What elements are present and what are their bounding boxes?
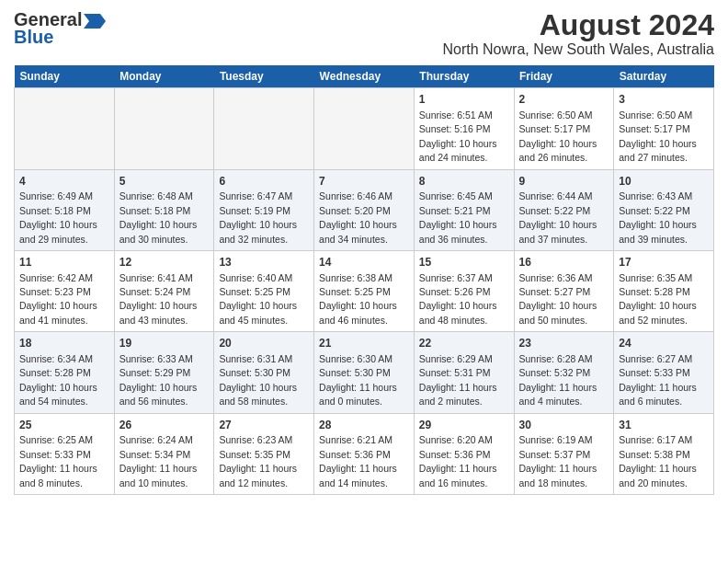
day-info: Sunrise: 6:30 AM Sunset: 5:30 PM Dayligh… [319, 353, 397, 407]
day-number: 12 [119, 255, 210, 270]
calendar-cell: 15Sunrise: 6:37 AM Sunset: 5:26 PM Dayli… [414, 250, 514, 331]
calendar-cell: 19Sunrise: 6:33 AM Sunset: 5:29 PM Dayli… [114, 332, 214, 413]
day-number: 5 [119, 174, 210, 190]
calendar-cell: 13Sunrise: 6:40 AM Sunset: 5:25 PM Dayli… [214, 250, 314, 331]
day-info: Sunrise: 6:24 AM Sunset: 5:34 PM Dayligh… [119, 434, 198, 488]
calendar-cell: 18Sunrise: 6:34 AM Sunset: 5:28 PM Dayli… [15, 332, 115, 413]
calendar-week-row: 18Sunrise: 6:34 AM Sunset: 5:28 PM Dayli… [15, 332, 714, 413]
day-number: 16 [519, 255, 609, 270]
calendar-cell: 12Sunrise: 6:41 AM Sunset: 5:24 PM Dayli… [114, 250, 214, 331]
day-info: Sunrise: 6:50 AM Sunset: 5:17 PM Dayligh… [519, 109, 597, 163]
logo-arrow-icon [84, 14, 106, 29]
day-info: Sunrise: 6:36 AM Sunset: 5:27 PM Dayligh… [519, 272, 597, 326]
day-number: 22 [419, 336, 509, 351]
day-number: 24 [619, 336, 709, 351]
day-info: Sunrise: 6:17 AM Sunset: 5:38 PM Dayligh… [619, 434, 697, 488]
calendar-cell: 4Sunrise: 6:49 AM Sunset: 5:18 PM Daylig… [15, 169, 115, 250]
day-info: Sunrise: 6:45 AM Sunset: 5:21 PM Dayligh… [419, 190, 497, 244]
calendar-cell: 24Sunrise: 6:27 AM Sunset: 5:33 PM Dayli… [614, 332, 714, 413]
day-number: 11 [19, 255, 109, 270]
day-number: 29 [419, 418, 509, 433]
day-number: 31 [619, 418, 709, 433]
calendar-cell: 31Sunrise: 6:17 AM Sunset: 5:38 PM Dayli… [614, 413, 714, 494]
day-number: 13 [219, 255, 309, 270]
day-header-tuesday: Tuesday [214, 65, 314, 88]
calendar-cell: 10Sunrise: 6:43 AM Sunset: 5:22 PM Dayli… [614, 169, 714, 250]
calendar-cell: 8Sunrise: 6:45 AM Sunset: 5:21 PM Daylig… [414, 169, 514, 250]
day-info: Sunrise: 6:21 AM Sunset: 5:36 PM Dayligh… [319, 434, 397, 488]
day-number: 3 [619, 92, 709, 108]
day-header-monday: Monday [114, 65, 214, 88]
day-number: 14 [319, 255, 409, 270]
calendar-cell: 6Sunrise: 6:47 AM Sunset: 5:19 PM Daylig… [214, 169, 314, 250]
calendar-cell [114, 88, 214, 169]
calendar-cell [214, 88, 314, 169]
calendar-cell: 17Sunrise: 6:35 AM Sunset: 5:28 PM Dayli… [614, 250, 714, 331]
calendar-title: August 2024 [442, 9, 714, 41]
day-info: Sunrise: 6:49 AM Sunset: 5:18 PM Dayligh… [19, 190, 97, 244]
day-number: 10 [619, 174, 709, 190]
calendar-header-row: SundayMondayTuesdayWednesdayThursdayFrid… [15, 65, 714, 88]
calendar-cell: 11Sunrise: 6:42 AM Sunset: 5:23 PM Dayli… [15, 250, 115, 331]
day-info: Sunrise: 6:27 AM Sunset: 5:33 PM Dayligh… [619, 353, 697, 407]
logo-blue: Blue [14, 27, 53, 48]
calendar-cell: 1Sunrise: 6:51 AM Sunset: 5:16 PM Daylig… [414, 88, 514, 169]
day-number: 6 [219, 174, 309, 190]
calendar-cell: 20Sunrise: 6:31 AM Sunset: 5:30 PM Dayli… [214, 332, 314, 413]
calendar-cell: 22Sunrise: 6:29 AM Sunset: 5:31 PM Dayli… [414, 332, 514, 413]
day-info: Sunrise: 6:40 AM Sunset: 5:25 PM Dayligh… [219, 272, 297, 326]
day-info: Sunrise: 6:34 AM Sunset: 5:28 PM Dayligh… [19, 353, 97, 407]
day-number: 7 [319, 174, 409, 190]
day-number: 1 [419, 92, 509, 108]
day-number: 9 [519, 174, 609, 190]
day-number: 28 [319, 418, 409, 433]
day-info: Sunrise: 6:37 AM Sunset: 5:26 PM Dayligh… [419, 272, 497, 326]
calendar-cell [15, 88, 115, 169]
day-info: Sunrise: 6:50 AM Sunset: 5:17 PM Dayligh… [619, 109, 697, 163]
day-info: Sunrise: 6:41 AM Sunset: 5:24 PM Dayligh… [119, 272, 198, 326]
day-number: 2 [519, 92, 609, 108]
day-info: Sunrise: 6:48 AM Sunset: 5:18 PM Dayligh… [119, 190, 198, 244]
calendar-cell: 16Sunrise: 6:36 AM Sunset: 5:27 PM Dayli… [514, 250, 614, 331]
calendar-cell: 28Sunrise: 6:21 AM Sunset: 5:36 PM Dayli… [314, 413, 415, 494]
day-number: 25 [19, 418, 109, 433]
day-number: 23 [519, 336, 609, 351]
day-info: Sunrise: 6:43 AM Sunset: 5:22 PM Dayligh… [619, 190, 697, 244]
day-number: 27 [219, 418, 309, 433]
day-info: Sunrise: 6:19 AM Sunset: 5:37 PM Dayligh… [519, 434, 597, 488]
day-number: 8 [419, 174, 509, 190]
calendar-cell: 26Sunrise: 6:24 AM Sunset: 5:34 PM Dayli… [114, 413, 214, 494]
day-number: 20 [219, 336, 309, 351]
calendar-week-row: 1Sunrise: 6:51 AM Sunset: 5:16 PM Daylig… [15, 88, 714, 169]
calendar-cell: 3Sunrise: 6:50 AM Sunset: 5:17 PM Daylig… [614, 88, 714, 169]
day-info: Sunrise: 6:44 AM Sunset: 5:22 PM Dayligh… [519, 190, 597, 244]
calendar-cell: 5Sunrise: 6:48 AM Sunset: 5:18 PM Daylig… [114, 169, 214, 250]
calendar-cell: 21Sunrise: 6:30 AM Sunset: 5:30 PM Dayli… [314, 332, 415, 413]
day-info: Sunrise: 6:28 AM Sunset: 5:32 PM Dayligh… [519, 353, 597, 407]
calendar-cell: 23Sunrise: 6:28 AM Sunset: 5:32 PM Dayli… [514, 332, 614, 413]
calendar-cell: 30Sunrise: 6:19 AM Sunset: 5:37 PM Dayli… [514, 413, 614, 494]
calendar-cell: 29Sunrise: 6:20 AM Sunset: 5:36 PM Dayli… [414, 413, 514, 494]
day-number: 30 [519, 418, 609, 433]
title-block: August 2024 North Nowra, New South Wales… [442, 9, 714, 58]
calendar-subtitle: North Nowra, New South Wales, Australia [442, 41, 714, 58]
day-number: 17 [619, 255, 709, 270]
day-number: 15 [419, 255, 509, 270]
day-header-thursday: Thursday [414, 65, 514, 88]
calendar-cell: 2Sunrise: 6:50 AM Sunset: 5:17 PM Daylig… [514, 88, 614, 169]
svg-marker-0 [84, 14, 106, 29]
calendar-cell: 14Sunrise: 6:38 AM Sunset: 5:25 PM Dayli… [314, 250, 415, 331]
calendar-week-row: 25Sunrise: 6:25 AM Sunset: 5:33 PM Dayli… [15, 413, 714, 494]
day-header-saturday: Saturday [614, 65, 714, 88]
calendar-cell: 25Sunrise: 6:25 AM Sunset: 5:33 PM Dayli… [15, 413, 115, 494]
day-number: 18 [19, 336, 109, 351]
day-info: Sunrise: 6:31 AM Sunset: 5:30 PM Dayligh… [219, 353, 297, 407]
day-header-friday: Friday [514, 65, 614, 88]
day-info: Sunrise: 6:38 AM Sunset: 5:25 PM Dayligh… [319, 272, 397, 326]
day-info: Sunrise: 6:51 AM Sunset: 5:16 PM Dayligh… [419, 109, 497, 163]
day-number: 4 [19, 174, 109, 190]
calendar-cell: 7Sunrise: 6:46 AM Sunset: 5:20 PM Daylig… [314, 169, 415, 250]
day-info: Sunrise: 6:35 AM Sunset: 5:28 PM Dayligh… [619, 272, 697, 326]
day-info: Sunrise: 6:46 AM Sunset: 5:20 PM Dayligh… [319, 190, 397, 244]
day-header-wednesday: Wednesday [314, 65, 415, 88]
